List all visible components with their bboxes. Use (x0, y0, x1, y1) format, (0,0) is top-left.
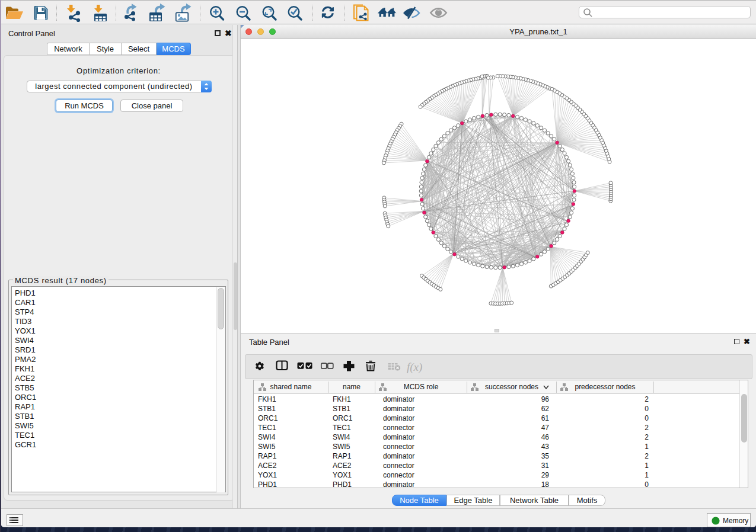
svg-text:f(x): f(x) (407, 361, 422, 374)
